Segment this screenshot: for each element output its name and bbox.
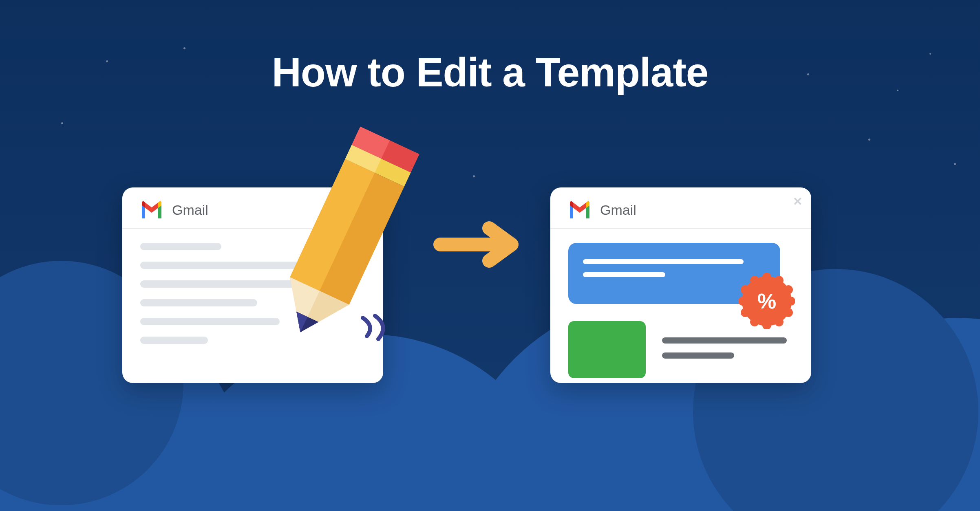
svg-point-16 bbox=[741, 285, 750, 294]
text-line bbox=[662, 352, 734, 359]
arrow-right-icon bbox=[432, 220, 526, 271]
text-line bbox=[140, 243, 221, 250]
gmail-icon bbox=[140, 201, 163, 218]
text-line bbox=[662, 337, 787, 344]
image-block bbox=[568, 321, 646, 378]
gmail-label: Gmail bbox=[600, 202, 636, 218]
text-line bbox=[140, 337, 208, 344]
svg-point-12 bbox=[762, 321, 771, 329]
card-body: % bbox=[550, 229, 811, 392]
svg-point-7 bbox=[775, 276, 784, 285]
banner-line bbox=[583, 272, 665, 277]
banner-block: % bbox=[568, 243, 780, 304]
svg-point-13 bbox=[750, 317, 759, 326]
close-icon: ✕ bbox=[793, 195, 802, 208]
gmail-card-after: ✕ Gmail bbox=[550, 187, 811, 383]
svg-point-11 bbox=[775, 317, 784, 326]
svg-point-15 bbox=[739, 297, 747, 306]
text-line bbox=[140, 299, 257, 306]
svg-point-8 bbox=[784, 285, 793, 294]
svg-point-9 bbox=[786, 297, 795, 306]
svg-point-17 bbox=[750, 276, 759, 285]
svg-point-10 bbox=[784, 308, 793, 317]
svg-point-14 bbox=[741, 308, 750, 317]
svg-point-6 bbox=[762, 273, 771, 282]
gmail-label: Gmail bbox=[172, 202, 208, 218]
banner-line bbox=[583, 259, 744, 264]
gmail-icon bbox=[568, 201, 591, 218]
discount-badge: % bbox=[742, 276, 792, 326]
card-header: Gmail bbox=[550, 187, 811, 229]
writing-marks-icon bbox=[355, 314, 391, 342]
percent-symbol: % bbox=[757, 289, 776, 313]
page-title: How to Edit a Template bbox=[272, 49, 709, 96]
